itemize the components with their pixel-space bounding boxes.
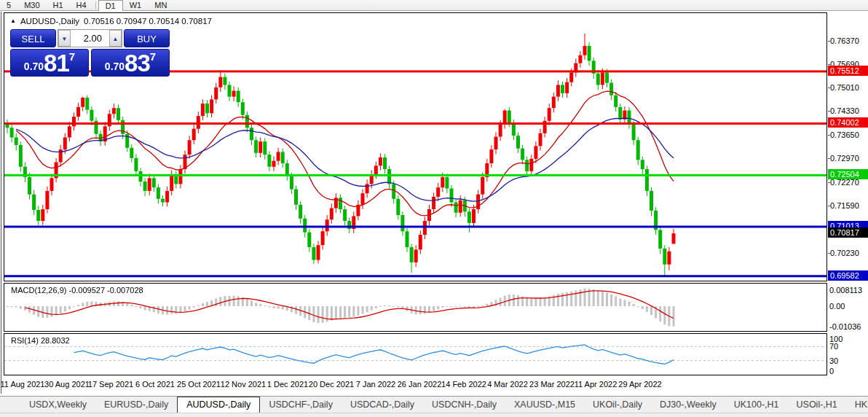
- price-tick: 0.75010: [830, 83, 859, 92]
- chart-tab-bar: USDX,WeeklyEURUSD-,DailyAUDUSD-,DailyUSD…: [0, 396, 868, 413]
- price-tick: 0.73650: [830, 130, 859, 139]
- symbol-triangle-icon: ▲: [10, 17, 16, 24]
- buy-price-big: 83: [125, 52, 150, 74]
- level-price-badge: 0.72504: [828, 169, 868, 179]
- chart-tab-audusd-daily[interactable]: AUDUSD-,Daily: [177, 397, 260, 413]
- chart-tab-usdx-weekly[interactable]: USDX,Weekly: [20, 397, 95, 413]
- rsi-indicator-panel[interactable]: RSI(14) 28.8032: [4, 333, 827, 375]
- buy-price-sup: 7: [150, 50, 156, 63]
- date-axis[interactable]: 11 Aug 202130 Aug 202117 Sep 20216 Oct 2…: [4, 377, 827, 394]
- volume-increase-button[interactable]: ▲: [109, 30, 122, 47]
- rsi-axis-label: 30: [829, 356, 838, 365]
- date-label: 12 Nov 2021: [221, 380, 266, 389]
- timeframe-button-h4[interactable]: H4: [70, 0, 93, 10]
- chart-tab-eurusd-daily[interactable]: EURUSD-,Daily: [95, 397, 177, 413]
- timeframe-button-5[interactable]: 5: [0, 0, 17, 10]
- chart-tab-usoil-h1[interactable]: USOil-,H1: [788, 397, 846, 413]
- date-label: 6 Oct 2021: [135, 380, 175, 389]
- level-price-badge: 0.75512: [828, 66, 868, 76]
- timeframe-button-w1[interactable]: W1: [123, 0, 149, 10]
- price-tick: 0.71590: [830, 201, 859, 210]
- timeframe-toolbar: 5M30H1H4D1W1MN: [0, 0, 868, 11]
- level-price-badge: 0.69582: [828, 270, 868, 281]
- one-click-trade-panel: SELL ▼ ▲ BUY 0.70817 0.70837: [10, 29, 170, 77]
- chart-ohlc-values: 0.70516 0.70947 0.70514 0.70817: [84, 17, 212, 26]
- macd-axis-label: -0.01036: [829, 322, 861, 331]
- date-label: 29 Apr 2022: [618, 380, 661, 389]
- buy-button[interactable]: BUY: [124, 29, 170, 47]
- chart-tab-usdchf-daily[interactable]: USDCHF-,Daily: [260, 397, 342, 413]
- sell-button[interactable]: SELL: [10, 29, 56, 47]
- chart-tab-usdcnh-daily[interactable]: USDCNH-,Daily: [423, 397, 505, 413]
- date-label: 23 Mar 2022: [529, 380, 575, 389]
- chart-tab-dj30-weekly[interactable]: DJ30-,Weekly: [651, 397, 725, 413]
- window-left-edge: [1, 12, 1, 394]
- date-label: 30 Aug 2021: [44, 380, 90, 389]
- rsi-canvas[interactable]: [4, 334, 826, 375]
- date-label: 14 Feb 2022: [441, 380, 486, 389]
- chart-tab-xauusd-m15[interactable]: XAUUSD-,M15: [505, 397, 584, 413]
- date-label: 11 Aug 2021: [1, 380, 45, 389]
- chart-tab-uk100-h1[interactable]: UK100-,H1: [725, 397, 788, 413]
- date-label: 25 Oct 2021: [177, 380, 221, 389]
- bottom-strip: [0, 413, 868, 417]
- toolbar-separator: [95, 1, 96, 9]
- timeframe-button-mn[interactable]: MN: [148, 0, 173, 10]
- sell-price-display[interactable]: 0.70817: [10, 49, 89, 77]
- macd-indicator-panel[interactable]: MACD(12,26,9) -0.009527 -0.007028: [4, 283, 827, 332]
- price-tick: 0.70230: [830, 249, 859, 257]
- rsi-axis-label: 70: [829, 342, 838, 351]
- date-label: 4 Mar 2022: [487, 380, 528, 389]
- rsi-axis-label: 0: [829, 367, 834, 375]
- current-price-badge: 0.70817: [828, 227, 868, 238]
- chart-symbol-label: AUDUSD-,Daily: [20, 17, 79, 26]
- chart-tab-ukoil-daily[interactable]: UKOil-,Daily: [584, 397, 651, 413]
- volume-stepper: ▼ ▲: [58, 29, 122, 47]
- sell-price-prefix: 0.70: [24, 61, 44, 72]
- volume-decrease-button[interactable]: ▼: [58, 30, 71, 47]
- macd-axis-label: 0.008113: [829, 286, 862, 295]
- date-label: 1 Dec 2021: [267, 380, 308, 389]
- chart-title: ▲ AUDUSD-,Daily 0.70516 0.70947 0.70514 …: [10, 17, 212, 26]
- macd-label: MACD(12,26,9) -0.009527 -0.007028: [11, 286, 143, 295]
- date-label: 26 Jan 2022: [398, 380, 442, 389]
- volume-input[interactable]: [71, 30, 109, 47]
- date-label: 17 Sep 2021: [88, 380, 133, 389]
- price-tick: 0.76370: [830, 36, 859, 45]
- mt4-terminal: 5M30H1H4D1W1MN ▲ AUDUSD-,Daily 0.70516 0…: [0, 0, 868, 417]
- macd-axis-label: 0.00: [829, 302, 845, 311]
- timeframe-button-m30[interactable]: M30: [17, 0, 46, 10]
- rsi-label: RSI(14) 28.8032: [11, 336, 70, 345]
- timeframe-button-h1[interactable]: H1: [47, 0, 70, 10]
- level-price-badge: 0.74002: [828, 117, 868, 128]
- chart-tab-hk50-[interactable]: HK50-,: [846, 397, 868, 413]
- price-tick: 0.72970: [830, 154, 859, 163]
- date-label: 7 Jan 2022: [356, 380, 395, 389]
- buy-price-prefix: 0.70: [105, 61, 125, 72]
- date-label: 11 Apr 2022: [575, 380, 618, 389]
- sell-price-sup: 7: [69, 50, 75, 63]
- chart-tab-usdcad-daily[interactable]: USDCAD-,Daily: [342, 397, 423, 413]
- date-label: 20 Dec 2021: [309, 380, 354, 389]
- buy-price-display[interactable]: 0.70837: [91, 49, 170, 77]
- price-tick: 0.74330: [830, 106, 859, 115]
- timeframe-button-d1[interactable]: D1: [98, 0, 123, 11]
- sell-price-big: 81: [44, 52, 69, 74]
